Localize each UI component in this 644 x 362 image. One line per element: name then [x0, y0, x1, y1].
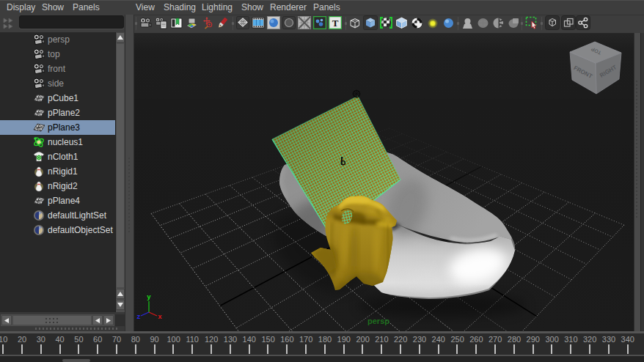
svg-text:x: x	[158, 314, 162, 321]
svg-text:persp: persp	[367, 317, 389, 325]
svg-text:z: z	[136, 314, 140, 321]
svg-text:T: T	[332, 18, 339, 29]
svg-text:y: y	[147, 294, 151, 301]
